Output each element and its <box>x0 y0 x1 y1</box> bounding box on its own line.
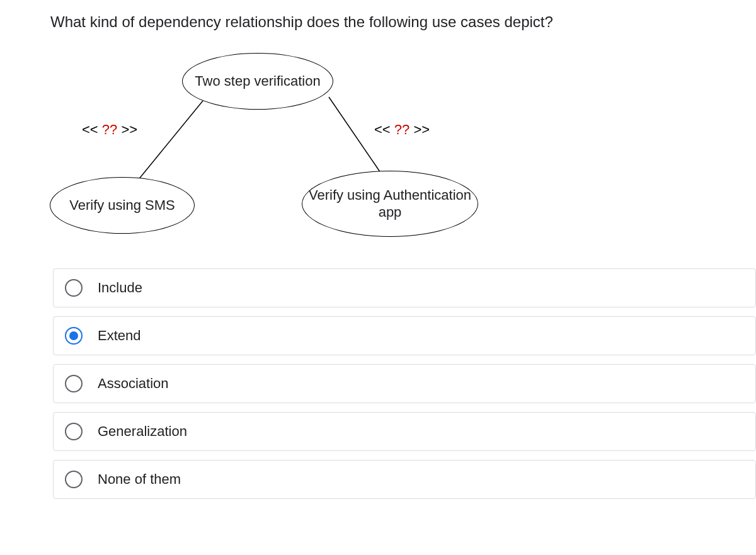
radio-button[interactable] <box>65 327 83 345</box>
radio-button[interactable] <box>65 423 83 440</box>
option-none[interactable]: None of them <box>53 460 756 499</box>
radio-button[interactable] <box>65 279 83 297</box>
option-label: Include <box>98 280 142 296</box>
stereo-close: >> <box>413 122 430 137</box>
radio-button[interactable] <box>65 471 83 488</box>
stereo-question: ?? <box>391 122 414 137</box>
answer-options: Include Extend Association Generalizatio… <box>53 268 756 499</box>
stereotype-left: << ?? >> <box>82 122 137 138</box>
stereo-open: << <box>82 122 98 137</box>
use-case-left-label: Verify using SMS <box>69 197 175 214</box>
question-text: What kind of dependency relationship doe… <box>50 11 756 33</box>
use-case-right-label: Verify using Authentication app <box>307 186 472 221</box>
option-label: Generalization <box>98 423 187 440</box>
use-case-two-step: Two step verification <box>182 53 333 110</box>
option-generalization[interactable]: Generalization <box>53 412 756 451</box>
option-label: Extend <box>98 328 141 344</box>
stereo-question: ?? <box>98 122 122 137</box>
option-extend[interactable]: Extend <box>53 316 756 355</box>
option-label: Association <box>98 375 169 392</box>
svg-line-1 <box>329 97 381 173</box>
option-include[interactable]: Include <box>53 268 756 307</box>
use-case-verify-app: Verify using Authentication app <box>302 171 478 237</box>
stereotype-right: << ?? >> <box>374 122 430 138</box>
use-case-top-label: Two step verification <box>195 72 320 90</box>
radio-button[interactable] <box>65 375 83 392</box>
use-case-diagram: Two step verification Verify using SMS V… <box>47 48 756 262</box>
use-case-verify-sms: Verify using SMS <box>50 177 195 234</box>
stereo-close: >> <box>121 122 137 137</box>
option-association[interactable]: Association <box>53 364 756 403</box>
option-label: None of them <box>98 471 181 488</box>
svg-line-0 <box>138 101 203 180</box>
stereo-open: << <box>374 122 391 137</box>
